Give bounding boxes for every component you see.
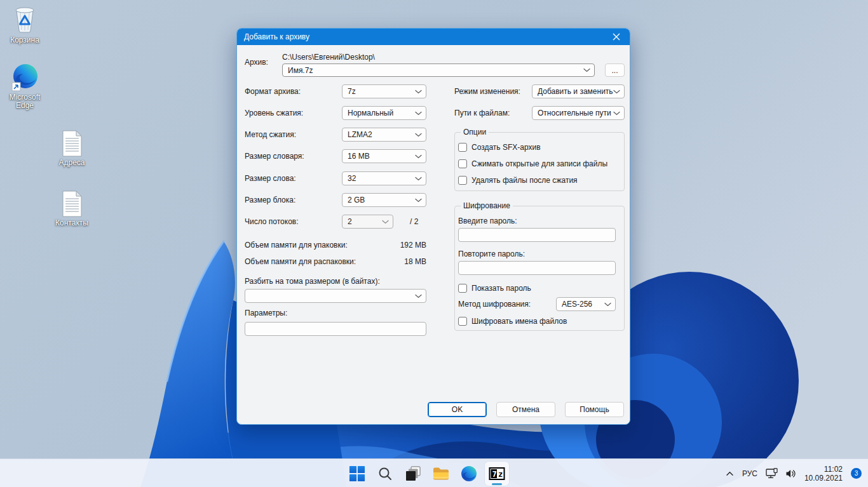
cpu-threads-max: / 2 xyxy=(410,217,418,226)
block-size-value: 2 GB xyxy=(348,196,415,204)
cpu-threads-label: Число потоков: xyxy=(245,217,299,226)
svg-text:7: 7 xyxy=(492,469,497,478)
archive-directory-path: C:\Users\Евгений\Desktop\ xyxy=(282,53,375,62)
show-password-checkbox[interactable]: Показать пароль xyxy=(458,283,531,293)
hidden-icons-button[interactable] xyxy=(726,471,734,476)
delete-after-compression-label: Удалять файлы после сжатия xyxy=(471,176,578,185)
archive-format-value: 7z xyxy=(348,87,415,96)
cpu-threads-value: 2 xyxy=(348,217,382,226)
dictionary-size-label: Размер словаря: xyxy=(245,152,304,161)
start-button[interactable] xyxy=(345,462,369,486)
options-group-title: Опции xyxy=(461,128,489,137)
chevron-down-icon xyxy=(382,220,389,224)
memory-unpacking-value: 18 MB xyxy=(342,257,426,266)
parameters-input[interactable] xyxy=(245,322,426,336)
desktop-icon-label: Microsoft Edge xyxy=(5,93,44,110)
document-icon xyxy=(62,190,83,217)
edge-button[interactable] xyxy=(457,462,481,486)
ok-button[interactable]: OK xyxy=(428,402,487,417)
edge-icon xyxy=(461,465,477,482)
chevron-down-icon xyxy=(415,198,422,203)
archive-name-value: Имя.7z xyxy=(288,66,583,75)
chevron-down-icon xyxy=(583,68,590,72)
split-volumes-label: Разбить на тома размером (в байтах): xyxy=(245,277,380,286)
compression-level-combobox[interactable]: Нормальный xyxy=(342,106,426,120)
archive-format-label: Формат архива: xyxy=(245,87,301,96)
close-button[interactable] xyxy=(603,29,630,45)
running-app-indicator xyxy=(492,483,502,485)
update-mode-label: Режим изменения: xyxy=(454,87,520,96)
add-to-archive-dialog: Добавить к архиву Архив: C:\Users\Евгени… xyxy=(236,28,630,425)
compress-shared-files-checkbox[interactable]: Сжимать открытые для записи файлы xyxy=(458,159,607,169)
file-explorer-button[interactable] xyxy=(429,462,453,486)
speaker-icon xyxy=(785,469,796,479)
encryption-group-title: Шифрование xyxy=(461,201,513,210)
create-sfx-checkbox[interactable]: Создать SFX-архив xyxy=(458,142,541,152)
browse-button[interactable]: ... xyxy=(605,63,625,77)
system-tray: РУС 11:02 10.09.2021 xyxy=(726,459,862,487)
split-volumes-combobox[interactable] xyxy=(245,289,426,303)
create-sfx-label: Создать SFX-архив xyxy=(471,143,541,152)
file-paths-combobox[interactable]: Относительные пути xyxy=(532,106,625,120)
desktop-icon-recycle-bin[interactable]: Корзина xyxy=(4,5,45,44)
encryption-method-label: Метод шифрования: xyxy=(458,300,531,309)
search-button[interactable] xyxy=(373,462,397,486)
notification-badge[interactable]: 3 xyxy=(851,468,862,479)
word-size-label: Размер слова: xyxy=(245,174,296,183)
tray-time: 11:02 xyxy=(804,465,843,474)
chevron-down-icon xyxy=(415,177,422,181)
memory-unpacking-label: Объем памяти для распаковки: xyxy=(245,257,356,266)
enter-password-label: Введите пароль: xyxy=(458,217,517,225)
tray-status-icons[interactable] xyxy=(766,468,796,479)
task-view-button[interactable] xyxy=(401,462,425,486)
desktop-icon-contacts[interactable]: Контакты xyxy=(51,190,92,227)
memory-packing-value: 192 MB xyxy=(342,241,426,250)
checkbox-box xyxy=(458,143,467,152)
repeat-password-input[interactable] xyxy=(458,261,616,275)
cancel-button[interactable]: Отмена xyxy=(496,402,555,417)
compression-method-label: Метод сжатия: xyxy=(245,130,296,139)
block-size-combobox[interactable]: 2 GB xyxy=(342,193,426,207)
memory-packing-label: Объем памяти для упаковки: xyxy=(245,241,348,250)
svg-text:z: z xyxy=(498,469,503,478)
compression-level-label: Уровень сжатия: xyxy=(245,109,303,117)
compression-method-combobox[interactable]: LZMA2 xyxy=(342,128,426,142)
desktop-icon-addresses[interactable]: Адреса xyxy=(51,130,92,167)
delete-after-compression-checkbox[interactable]: Удалять файлы после сжатия xyxy=(458,175,578,185)
parameters-label: Параметры: xyxy=(245,309,287,317)
clock[interactable]: 11:02 10.09.2021 xyxy=(804,465,843,483)
encryption-method-value: AES-256 xyxy=(562,300,604,309)
archive-name-combobox[interactable]: Имя.7z xyxy=(282,63,595,77)
taskbar-center-icons: 7 z xyxy=(345,459,509,487)
archive-format-combobox[interactable]: 7z xyxy=(342,84,426,98)
document-icon xyxy=(62,130,83,157)
chevron-down-icon xyxy=(613,90,620,94)
help-button[interactable]: Помощь xyxy=(565,402,624,417)
checkbox-box xyxy=(458,159,467,168)
cpu-threads-combobox[interactable]: 2 xyxy=(342,215,393,229)
cancel-button-label: Отмена xyxy=(512,405,539,414)
notification-count: 3 xyxy=(855,470,858,477)
enter-password-input[interactable] xyxy=(458,228,616,242)
word-size-combobox[interactable]: 32 xyxy=(342,171,426,185)
taskbar: 7 z РУС xyxy=(0,458,868,487)
file-paths-value: Относительные пути xyxy=(538,109,613,117)
dialog-titlebar: Добавить к архиву xyxy=(237,29,630,45)
update-mode-combobox[interactable]: Добавить и заменить xyxy=(532,84,625,98)
checkbox-box xyxy=(458,176,467,185)
repeat-password-label: Повторите пароль: xyxy=(458,250,525,258)
7zip-taskbar-button[interactable]: 7 z xyxy=(485,462,509,486)
encrypt-filenames-checkbox[interactable]: Шифровать имена файлов xyxy=(458,316,567,326)
language-indicator[interactable]: РУС xyxy=(742,469,757,478)
desktop-icon-label: Корзина xyxy=(10,36,39,44)
desktop-icon-label: Контакты xyxy=(55,219,88,227)
recycle-bin-icon xyxy=(12,5,37,34)
ok-button-label: OK xyxy=(452,405,463,414)
word-size-value: 32 xyxy=(348,174,415,183)
edge-icon xyxy=(11,63,39,91)
archive-label: Архив: xyxy=(245,58,268,67)
dictionary-size-combobox[interactable]: 16 MB xyxy=(342,149,426,163)
file-paths-label: Пути к файлам: xyxy=(454,109,510,117)
encryption-method-combobox[interactable]: AES-256 xyxy=(556,297,616,311)
desktop-icon-edge[interactable]: Microsoft Edge xyxy=(4,63,45,110)
